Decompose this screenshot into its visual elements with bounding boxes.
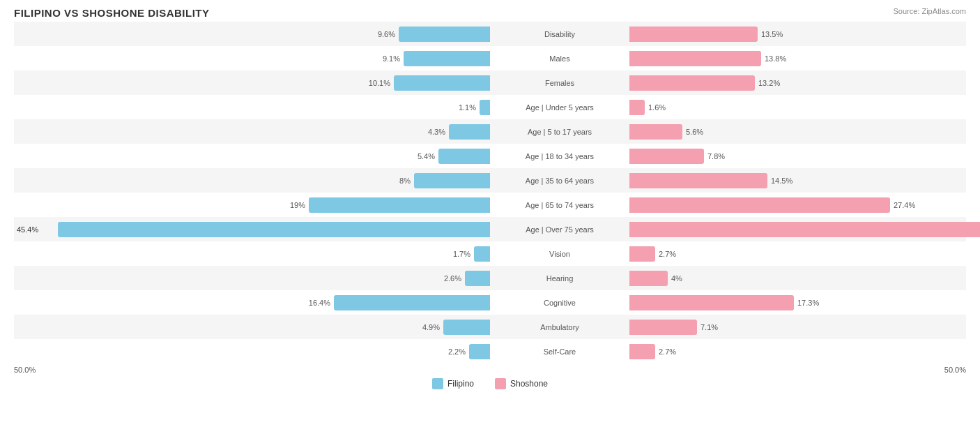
- pink-bar: [629, 295, 794, 310]
- shoshone-value: 27.4%: [894, 201, 915, 209]
- shoshone-value: 13.5%: [761, 30, 783, 38]
- filipino-value: 2.2%: [448, 347, 466, 356]
- axis-left: 50.0%: [14, 366, 36, 374]
- filipino-value: 45.4%: [17, 225, 38, 234]
- axis-labels: 50.0% 50.0%: [14, 366, 966, 374]
- legend-shoshone-box: [495, 378, 506, 389]
- left-half: 9.1%: [14, 46, 490, 70]
- blue-bar: [480, 100, 490, 115]
- blue-bar: [414, 173, 490, 188]
- row-label: Males: [490, 54, 629, 63]
- right-half: 13.2%: [629, 70, 980, 95]
- right-half: 2.7%: [629, 339, 980, 364]
- row-label: Females: [490, 79, 629, 87]
- right-half: 4%: [629, 266, 980, 290]
- left-half: 16.4%: [14, 290, 490, 315]
- left-half: 2.2%: [14, 339, 490, 364]
- pink-bar: [629, 75, 755, 91]
- shoshone-value: 5.6%: [686, 128, 703, 136]
- legend-filipino-label: Filipino: [447, 379, 474, 389]
- blue-bar: [399, 27, 490, 42]
- pink-bar: [629, 51, 761, 66]
- blue-bar: [404, 51, 490, 66]
- chart-title: FILIPINO VS SHOSHONE DISABILITY: [14, 7, 966, 19]
- blue-bar: [443, 320, 490, 335]
- pink-bar: [629, 149, 704, 164]
- bar-row: 19%Age | 65 to 74 years27.4%: [14, 193, 966, 217]
- left-half: 19%: [14, 193, 490, 217]
- filipino-value: 4.9%: [422, 323, 440, 331]
- right-half: 17.3%: [629, 290, 980, 315]
- bar-row: 9.6%Disability13.5%: [14, 22, 966, 46]
- pink-bar: [629, 246, 655, 262]
- shoshone-value: 4%: [671, 274, 682, 283]
- filipino-value: 9.6%: [378, 30, 395, 38]
- bar-row: 1.1%Age | Under 5 years1.6%: [14, 95, 966, 119]
- row-label: Self-Care: [490, 347, 629, 356]
- filipino-value: 9.1%: [383, 54, 400, 63]
- right-half: 7.8%: [629, 144, 980, 168]
- right-half: 1.6%: [629, 95, 980, 119]
- shoshone-value: 2.7%: [659, 347, 676, 356]
- row-label: Ambulatory: [490, 323, 629, 331]
- bar-row: 4.9%Ambulatory7.1%: [14, 315, 966, 339]
- right-half: 5.6%: [629, 119, 980, 144]
- row-label: Age | 18 to 34 years: [490, 152, 629, 160]
- row-label: Age | Under 5 years: [490, 103, 629, 112]
- right-half: 27.4%: [629, 193, 980, 217]
- row-label: Hearing: [490, 274, 629, 283]
- left-half: 10.1%: [14, 70, 490, 95]
- shoshone-value: 2.7%: [659, 250, 676, 258]
- left-half: 45.4%: [14, 217, 490, 241]
- pink-bar: [629, 197, 890, 213]
- pink-bar: [629, 100, 645, 115]
- left-half: 1.7%: [14, 241, 490, 266]
- filipino-value: 1.7%: [453, 250, 470, 258]
- row-label: Age | Over 75 years: [490, 225, 629, 234]
- left-half: 8%: [14, 168, 490, 193]
- blue-bar: [438, 149, 490, 164]
- blue-bar: [394, 75, 490, 91]
- pink-bar: [629, 271, 668, 286]
- left-half: 9.6%: [14, 22, 490, 46]
- row-label: Disability: [490, 30, 629, 38]
- shoshone-value: 17.3%: [797, 299, 819, 307]
- legend-shoshone-label: Shoshone: [510, 379, 548, 389]
- source-text: Source: ZipAtlas.com: [893, 7, 966, 15]
- filipino-value: 10.1%: [369, 79, 390, 87]
- shoshone-value: 7.1%: [700, 323, 718, 331]
- bar-row: 2.2%Self-Care2.7%: [14, 339, 966, 364]
- chart-area: 9.6%Disability13.5%9.1%Males13.8%10.1%Fe…: [14, 22, 966, 364]
- legend-filipino: Filipino: [432, 378, 474, 389]
- right-half: 2.7%: [629, 241, 980, 266]
- right-half: 7.1%: [629, 315, 980, 339]
- left-half: 4.9%: [14, 315, 490, 339]
- chart-container: FILIPINO VS SHOSHONE DISABILITY Source: …: [0, 0, 980, 427]
- shoshone-value: 13.8%: [765, 54, 786, 63]
- right-half: 49.9%: [629, 217, 980, 241]
- filipino-value: 19%: [290, 201, 305, 209]
- row-label: Age | 35 to 64 years: [490, 177, 629, 185]
- blue-bar: [474, 246, 490, 262]
- legend: Filipino Shoshone: [14, 378, 966, 389]
- right-half: 14.5%: [629, 168, 980, 193]
- shoshone-value: 13.2%: [758, 79, 780, 87]
- right-half: 13.5%: [629, 22, 980, 46]
- pink-bar: [629, 173, 767, 188]
- left-half: 4.3%: [14, 119, 490, 144]
- shoshone-value: 1.6%: [648, 103, 666, 112]
- axis-right: 50.0%: [944, 366, 966, 374]
- pink-bar: [629, 27, 758, 42]
- blue-bar: [58, 222, 490, 237]
- bar-row: 2.6%Hearing4%: [14, 266, 966, 290]
- right-half: 13.8%: [629, 46, 980, 70]
- blue-bar: [449, 124, 490, 140]
- row-label: Age | 65 to 74 years: [490, 201, 629, 209]
- filipino-value: 2.6%: [444, 274, 461, 283]
- filipino-value: 5.4%: [418, 152, 435, 160]
- bar-row: 1.7%Vision2.7%: [14, 241, 966, 266]
- pink-bar: [629, 124, 682, 140]
- bar-row: 16.4%Cognitive17.3%: [14, 290, 966, 315]
- shoshone-value: 14.5%: [771, 177, 793, 185]
- bar-row: 9.1%Males13.8%: [14, 46, 966, 70]
